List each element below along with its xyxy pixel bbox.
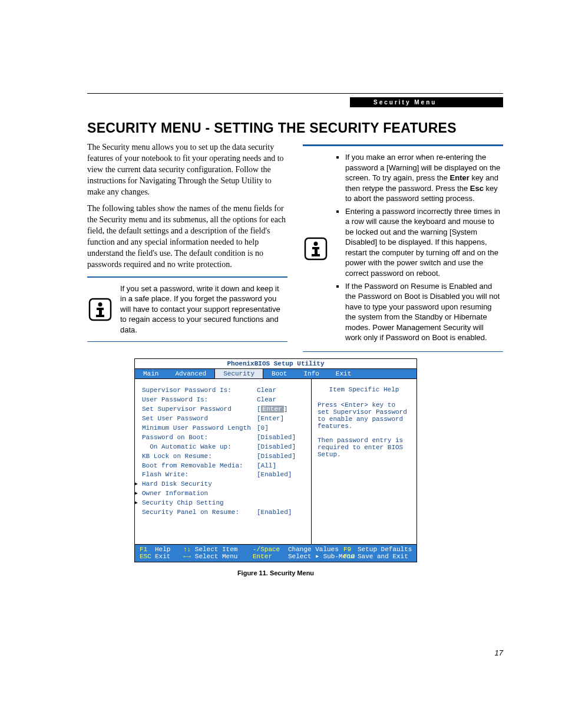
figure-caption: Figure 11. Security Menu — [134, 569, 417, 577]
bios-help-text-1: Press <Enter> key to set Supervisor Pass… — [318, 401, 411, 430]
bios-setting-row[interactable]: Boot from Removable Media:[All] — [142, 462, 308, 471]
bios-tab-info[interactable]: Info — [295, 369, 327, 378]
bios-setting-label: Boot from Removable Media: — [142, 462, 257, 471]
note-1-text: If you set a password, write it down and… — [120, 280, 287, 339]
note-box-1: If you set a password, write it down and… — [87, 276, 287, 342]
bios-setting-value: [All] — [257, 462, 276, 471]
intro-paragraph-1: The Security menu allows you to set up t… — [87, 142, 287, 197]
right-column: If you make an error when re-entering th… — [303, 142, 503, 352]
bios-setting-label: On Automatic Wake up: — [142, 443, 257, 452]
bios-setting-value: [Enabled] — [257, 470, 292, 480]
bios-setting-row[interactable]: Password on Boot:[Disabled] — [142, 433, 308, 443]
svg-rect-9 — [312, 254, 320, 256]
svg-point-6 — [314, 242, 318, 246]
bios-setting-row[interactable]: KB Lock on Resume:[Disabled] — [142, 452, 308, 462]
bios-setting-label: User Password Is: — [142, 396, 257, 405]
bios-setting-value: Clear — [257, 396, 276, 405]
bios-setting-row[interactable]: On Automatic Wake up:[Disabled] — [142, 443, 308, 452]
svg-point-1 — [98, 302, 103, 307]
bios-setting-value: [0] — [257, 424, 269, 433]
bios-setting-label: Set Supervisor Password — [142, 405, 257, 414]
bios-tabs: Main Advanced Security Boot Info Exit — [135, 369, 416, 379]
bios-setting-value: [Enter] — [257, 414, 284, 424]
bios-setting-label: Flash Write: — [142, 470, 257, 480]
bios-tab-main[interactable]: Main — [135, 369, 167, 378]
bios-setting-label: KB Lock on Resume: — [142, 452, 257, 462]
bios-setting-label: Security Panel on Resume: — [142, 508, 257, 518]
bios-setting-row[interactable]: Owner Information — [142, 489, 308, 499]
bios-setting-label: Hard Disk Security — [142, 480, 257, 489]
note-box-2: If you make an error when re-entering th… — [303, 144, 503, 352]
bios-main-panel: Supervisor Password Is:ClearUser Passwor… — [135, 379, 312, 544]
bios-setting-row[interactable]: User Password Is:Clear — [142, 396, 308, 405]
svg-rect-3 — [99, 308, 102, 316]
bios-setting-label: Password on Boot: — [142, 433, 257, 443]
bios-tab-boot[interactable]: Boot — [263, 369, 295, 378]
note-2-bullet-2: Entering a password incorrectly three ti… — [345, 206, 501, 279]
bios-setting-label: Minimum User Password Length — [142, 424, 257, 433]
bios-setting-label: Owner Information — [142, 489, 257, 499]
bios-tab-security[interactable]: Security — [214, 369, 263, 378]
bios-tab-advanced[interactable]: Advanced — [167, 369, 214, 378]
info-icon — [303, 237, 329, 261]
svg-rect-4 — [96, 315, 104, 317]
note-2-bullet-1: If you make an error when re-entering th… — [345, 152, 501, 204]
bios-setting-row[interactable]: Hard Disk Security — [142, 480, 308, 489]
page-number: 17 — [495, 648, 503, 657]
bios-setup-screenshot: PhoenixBIOS Setup Utility Main Advanced … — [134, 358, 417, 562]
bios-setting-row[interactable]: Minimum User Password Length[0] — [142, 424, 308, 433]
bios-tab-exit[interactable]: Exit — [328, 369, 359, 378]
bios-window-title: PhoenixBIOS Setup Utility — [135, 359, 416, 369]
note-2-bullet-3: If the Password on Resume is Enabled and… — [345, 281, 501, 343]
bios-help-text-2: Then password entry is required to enter… — [318, 437, 411, 458]
bios-setting-label: Set User Password — [142, 414, 257, 424]
bios-setting-value: [Enabled] — [257, 508, 292, 518]
page-title: SECURITY MENU - SETTING THE SECURITY FEA… — [87, 120, 503, 136]
info-icon — [87, 298, 113, 321]
bios-setting-value: [Disabled] — [257, 433, 296, 443]
bios-setting-value: [Disabled] — [257, 443, 296, 452]
bios-setting-row[interactable]: Security Panel on Resume:[Enabled] — [142, 508, 308, 518]
section-header-bar: Security Menu — [350, 97, 503, 107]
bios-setting-value: [Enter] — [257, 405, 287, 414]
bios-setting-value: [Disabled] — [257, 452, 296, 462]
bios-setting-row[interactable]: Set Supervisor Password[Enter] — [142, 405, 308, 414]
svg-rect-8 — [315, 247, 318, 255]
bios-help-title: Item Specific Help — [318, 386, 411, 393]
intro-paragraph-2: The following tables show the names of t… — [87, 203, 287, 270]
bios-setting-value: Clear — [257, 386, 276, 396]
bios-setting-label: Supervisor Password Is: — [142, 386, 257, 396]
bios-setting-row[interactable]: Set User Password[Enter] — [142, 414, 308, 424]
bios-setting-label: Security Chip Setting — [142, 499, 257, 508]
horizontal-rule-top — [87, 93, 503, 94]
bios-setting-row[interactable]: Security Chip Setting — [142, 499, 308, 508]
bios-help-panel: Item Specific Help Press <Enter> key to … — [312, 379, 416, 544]
left-column: The Security menu allows you to set up t… — [87, 142, 287, 342]
bios-footer: F1 Help ↑↓ Select Item -/Space Change Va… — [135, 544, 416, 562]
bios-setting-row[interactable]: Flash Write:[Enabled] — [142, 470, 308, 480]
bios-setting-row[interactable]: Supervisor Password Is:Clear — [142, 386, 308, 396]
